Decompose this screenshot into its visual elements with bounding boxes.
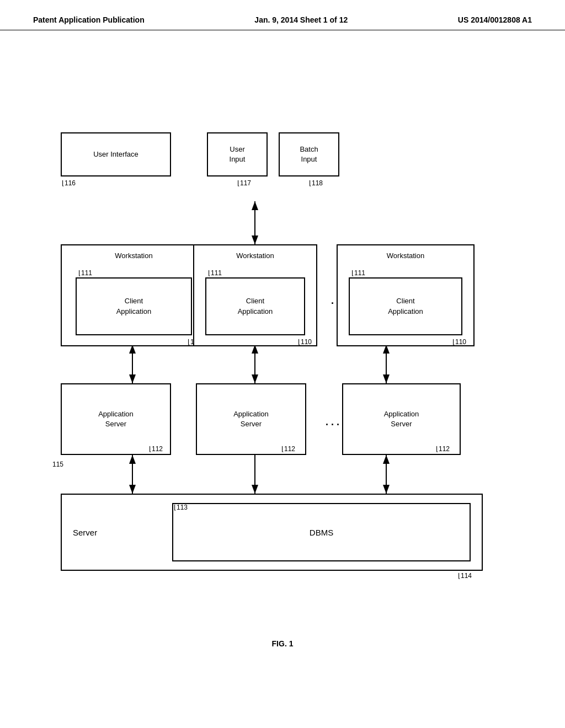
app-server3-box: ApplicationServer — [342, 383, 461, 455]
client-app3-box: ClientApplication — [349, 277, 462, 335]
ref-111b: ⌊111 — [208, 269, 222, 278]
workstation1-box: Workstation ClientApplication ⌊111 — [61, 244, 207, 346]
client-app3-label: ClientApplication — [388, 296, 423, 316]
ref-113: ⌊113 — [174, 504, 188, 511]
ref-110c: ⌊110 — [452, 338, 466, 346]
server-box: Server DBMS — [61, 494, 483, 571]
batch-input-label: BatchInput — [300, 144, 318, 164]
ref-111c: ⌊111 — [351, 269, 365, 278]
workstation2-box: Workstation ClientApplication ⌊111 — [193, 244, 317, 346]
diagram-area: User Interface ⌊116 UserInput ⌊117 Batch… — [0, 30, 565, 681]
client-app2-box: ClientApplication — [205, 277, 305, 335]
workstation3-box: Workstation ClientApplication ⌊111 — [337, 244, 475, 346]
ref-110b: ⌊110 — [298, 338, 312, 346]
user-interface-box: User Interface — [61, 132, 171, 176]
app-server3-label: ApplicationServer — [384, 409, 419, 429]
ref-118: ⌊118 — [309, 179, 323, 187]
ref-116: ⌊116 — [62, 179, 76, 187]
dbms-box: DBMS — [172, 503, 471, 561]
ref-112c: ⌊112 — [436, 445, 450, 453]
batch-input-box: BatchInput — [279, 132, 339, 176]
header-left: Patent Application Publication — [33, 15, 145, 24]
client-app1-label: ClientApplication — [116, 296, 152, 316]
ref-111a: ⌊111 — [78, 269, 92, 278]
dbms-label: DBMS — [310, 527, 333, 538]
fig-caption: FIG. 1 — [272, 639, 294, 648]
app-server2-box: ApplicationServer — [196, 383, 306, 455]
client-app1-box: ClientApplication — [76, 277, 192, 335]
workstation1-label: Workstation — [115, 251, 152, 261]
app-server1-label: ApplicationServer — [98, 409, 134, 429]
user-interface-label: User Interface — [93, 149, 138, 159]
workstation3-label: Workstation — [387, 251, 424, 261]
app-server1-box: ApplicationServer — [61, 383, 171, 455]
ref-115: 115 — [52, 461, 63, 468]
client-app2-label: ClientApplication — [238, 296, 273, 316]
header-right: US 2014/0012808 A1 — [458, 15, 532, 24]
page-header: Patent Application Publication Jan. 9, 2… — [0, 0, 565, 30]
dots2: . . . — [326, 416, 339, 428]
app-server2-label: ApplicationServer — [233, 409, 269, 429]
diagram-svg — [0, 30, 565, 681]
ref-112a: ⌊112 — [149, 445, 163, 453]
workstation2-label: Workstation — [236, 251, 274, 261]
ref-112b: ⌊112 — [281, 445, 295, 453]
server-label: Server — [73, 527, 97, 538]
ref-114: ⌊114 — [458, 572, 472, 580]
user-input-box: UserInput — [207, 132, 268, 176]
ref-117: ⌊117 — [237, 179, 251, 187]
user-input-label: UserInput — [230, 144, 246, 164]
header-middle: Jan. 9, 2014 Sheet 1 of 12 — [254, 15, 348, 24]
